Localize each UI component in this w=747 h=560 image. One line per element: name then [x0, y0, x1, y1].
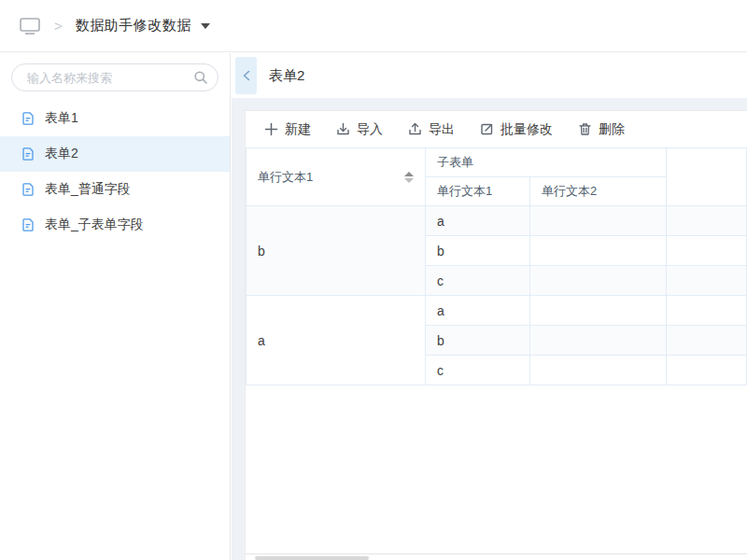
sidebar-item-form1[interactable]: 表单1 [0, 101, 230, 136]
export-button[interactable]: 导出 [408, 121, 455, 138]
export-button-label: 导出 [429, 121, 455, 138]
form-doc-icon [21, 182, 35, 197]
cell-sub1[interactable]: a [426, 206, 530, 236]
cell-sub2[interactable] [530, 266, 667, 296]
form-doc-icon [21, 217, 35, 232]
cell-sub1[interactable]: a [426, 296, 530, 326]
subform-group-header: 子表单 [426, 148, 667, 177]
cell-sub1[interactable]: b [426, 326, 530, 356]
delete-button[interactable]: 删除 [578, 121, 625, 138]
group-cell[interactable]: b [247, 206, 426, 296]
data-table: 单行文本1 子表单 单行文本1 单行文本2 b a [246, 147, 747, 385]
caret-down-icon[interactable] [201, 23, 210, 29]
group-cell[interactable]: a [247, 296, 426, 385]
sidebar: 表单1 表单2 表单_普通字段 [0, 53, 231, 560]
table-row[interactable]: b a [247, 206, 747, 236]
subcolumn-header-single-text1: 单行文本1 [426, 177, 530, 206]
form-doc-icon [21, 111, 35, 126]
page-title: 表单2 [269, 67, 304, 85]
cell-extra[interactable] [667, 206, 747, 236]
search-icon[interactable] [193, 70, 208, 85]
cell-extra[interactable] [667, 236, 747, 266]
cell-extra[interactable] [667, 326, 747, 356]
import-button[interactable]: 导入 [336, 121, 383, 138]
import-button-label: 导入 [357, 121, 383, 138]
breadcrumb-title[interactable]: 数据助手修改数据 [76, 17, 191, 35]
sort-icon[interactable] [404, 172, 414, 183]
subcolumn-header-single-text2: 单行文本2 [530, 177, 667, 206]
table-row[interactable]: a a [247, 296, 747, 326]
toolbar: 新建 导入 [246, 111, 747, 147]
cell-extra[interactable] [667, 296, 747, 326]
cell-extra[interactable] [667, 266, 747, 296]
cell-sub2[interactable] [530, 296, 667, 326]
form-list: 表单1 表单2 表单_普通字段 [0, 101, 230, 243]
topbar: > 数据助手修改数据 [0, 0, 747, 52]
new-button-label: 新建 [285, 121, 311, 138]
import-icon [336, 122, 350, 136]
breadcrumb-separator: > [54, 18, 63, 34]
sidebar-item-label: 表单_子表单字段 [45, 217, 144, 233]
cell-sub2[interactable] [530, 356, 667, 385]
search-box [11, 63, 218, 91]
panel-bottom-divider [246, 553, 747, 554]
horizontal-scrollbar-thumb[interactable] [255, 556, 369, 560]
trash-icon [578, 122, 592, 136]
sidebar-item-label: 表单1 [45, 110, 78, 127]
monitor-icon[interactable] [19, 17, 41, 35]
cell-sub2[interactable] [530, 206, 667, 236]
delete-button-label: 删除 [599, 121, 625, 138]
data-panel: 新建 导入 [245, 110, 747, 560]
chevron-left-icon [241, 69, 252, 82]
batch-edit-button[interactable]: 批量修改 [480, 121, 553, 138]
edit-square-icon [480, 122, 494, 136]
sidebar-item-label: 表单2 [45, 146, 78, 162]
new-button[interactable]: 新建 [264, 121, 311, 138]
search-input[interactable] [25, 70, 193, 86]
export-icon [408, 122, 422, 136]
plus-icon [264, 122, 278, 136]
main-header: 表单2 [232, 53, 747, 98]
cell-sub1[interactable]: c [426, 266, 530, 296]
main-area: 表单2 新建 [232, 53, 747, 560]
cell-extra[interactable] [667, 356, 747, 385]
sidebar-item-form-normal-fields[interactable]: 表单_普通字段 [0, 172, 230, 207]
collapse-sidebar-button[interactable] [235, 57, 257, 94]
batch-edit-button-label: 批量修改 [500, 121, 553, 138]
cell-sub2[interactable] [530, 236, 667, 266]
cell-sub1[interactable]: c [426, 356, 530, 385]
sidebar-item-label: 表单_普通字段 [45, 181, 131, 198]
column-header-label: 单行文本1 [258, 169, 313, 186]
form-doc-icon [21, 147, 35, 161]
sidebar-item-form-subform-fields[interactable]: 表单_子表单字段 [0, 207, 230, 243]
cell-sub1[interactable]: b [426, 236, 530, 266]
cell-sub2[interactable] [530, 326, 667, 356]
column-header-single-text1[interactable]: 单行文本1 [247, 148, 426, 206]
sidebar-item-form2[interactable]: 表单2 [0, 136, 230, 172]
column-header-empty [667, 148, 747, 206]
